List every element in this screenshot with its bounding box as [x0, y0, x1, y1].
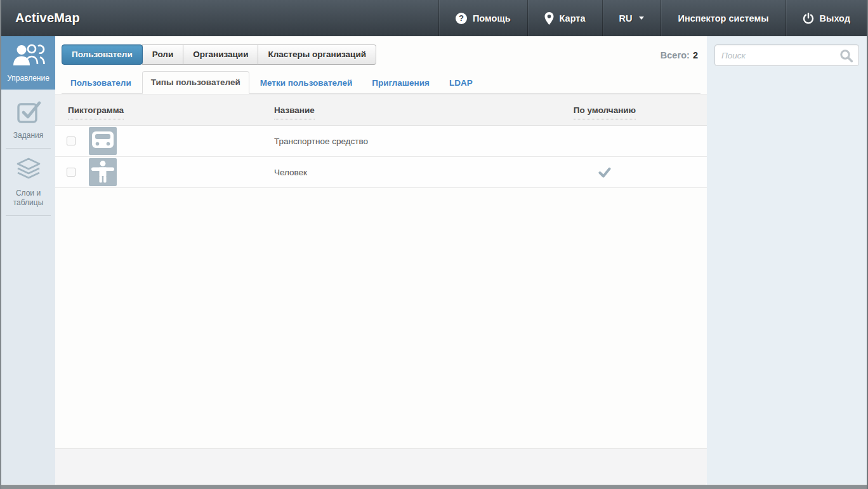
default-check-icon: [598, 167, 611, 178]
table-row[interactable]: Человек: [55, 157, 707, 188]
top-bar: ActiveMap ? Помощь Карта RU Инспектор си…: [1, 0, 867, 36]
user-type-name: Человек: [273, 168, 503, 177]
tab-organizations[interactable]: Организации: [183, 44, 258, 65]
sidebar-divider: [6, 215, 51, 216]
person-icon: [89, 158, 117, 186]
main-tabs-row: Пользователи Роли Организации Кластеры о…: [55, 36, 707, 65]
language-label: RU: [619, 13, 633, 23]
search-input[interactable]: [714, 44, 859, 66]
sidebar-item-management[interactable]: Управление: [1, 36, 55, 90]
main-tab-group: Пользователи Роли Организации Кластеры о…: [62, 44, 376, 65]
map-pin-icon: [544, 12, 554, 25]
current-user-label[interactable]: Инспектор системы: [661, 0, 785, 36]
sidebar-item-label: Управление: [7, 74, 49, 83]
default-cell: [503, 167, 707, 178]
tab-users[interactable]: Пользователи: [62, 44, 143, 65]
main-panel: Пользователи Роли Организации Кластеры о…: [55, 36, 707, 485]
vehicle-icon: [89, 127, 117, 155]
table-header-row: Пиктограмма Название По умолчанию: [55, 94, 707, 126]
tab-roles[interactable]: Роли: [142, 44, 183, 65]
logout-label: Выход: [820, 13, 850, 23]
map-label: Карта: [560, 13, 586, 23]
panel-footer: [55, 448, 707, 485]
power-icon: [803, 13, 814, 24]
help-label: Помощь: [473, 13, 511, 23]
map-menu-item[interactable]: Карта: [527, 0, 602, 36]
caret-down-icon: [639, 17, 644, 20]
logout-menu-item[interactable]: Выход: [786, 0, 867, 36]
search-icon: [839, 49, 853, 65]
top-menu: ? Помощь Карта RU Инспектор системы: [438, 0, 867, 36]
bottom-window-edge: [1, 485, 867, 489]
sidebar-item-tasks[interactable]: Задания: [1, 90, 55, 148]
language-dropdown[interactable]: RU: [602, 0, 661, 36]
subtab-user-labels[interactable]: Метки пользователей: [251, 72, 362, 94]
row-select-checkbox[interactable]: [67, 168, 76, 177]
subtab-invitations[interactable]: Приглашения: [363, 72, 438, 94]
checkbox-check-icon: [15, 98, 42, 124]
subtab-ldap[interactable]: LDAP: [440, 72, 482, 94]
column-header-default[interactable]: По умолчанию: [503, 105, 707, 115]
sidebar-item-label: Задания: [13, 131, 43, 140]
tab-org-clusters[interactable]: Кластеры организаций: [258, 44, 376, 65]
subtab-user-types[interactable]: Типы пользователей: [142, 71, 249, 94]
sidebar-item-label: Слои и таблицы: [4, 189, 53, 208]
sidebar-item-layers[interactable]: Слои и таблицы: [1, 149, 55, 215]
column-header-name[interactable]: Название: [273, 105, 503, 115]
brand-logo: ActiveMap: [1, 11, 80, 25]
layers-icon: [15, 157, 43, 182]
total-value: 2: [693, 50, 698, 60]
total-label: Всего:: [661, 50, 690, 60]
table-row[interactable]: Транспортное средство: [55, 126, 707, 157]
sidebar: Управление Задания: [1, 36, 55, 485]
help-icon: ?: [456, 13, 467, 24]
user-type-name: Транспортное средство: [273, 137, 503, 146]
help-menu-item[interactable]: ? Помощь: [438, 0, 527, 36]
sub-tabs: Пользователи Типы пользователей Метки по…: [62, 71, 700, 94]
users-group-icon: [12, 42, 45, 67]
app-window: ActiveMap ? Помощь Карта RU Инспектор си…: [0, 0, 868, 489]
right-panel: [707, 36, 867, 485]
user-types-table: Пиктограмма Название По умолчанию: [55, 94, 707, 188]
row-select-checkbox[interactable]: [67, 137, 76, 145]
search-box: [714, 44, 859, 66]
column-header-pictogram[interactable]: Пиктограмма: [55, 105, 273, 115]
subtab-users[interactable]: Пользователи: [62, 72, 140, 94]
total-counter: Всего:2: [661, 44, 699, 60]
